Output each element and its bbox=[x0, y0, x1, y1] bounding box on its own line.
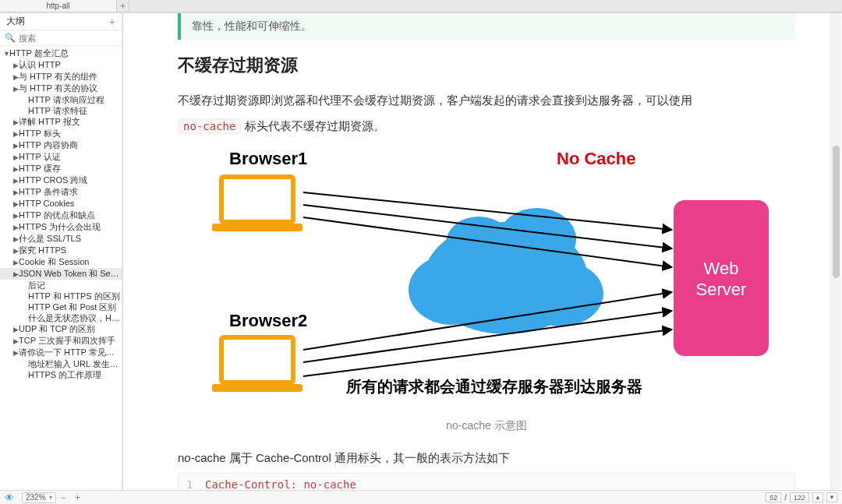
outline-item[interactable]: TCP 三次握手和四次挥手 bbox=[0, 335, 122, 347]
page-up-button[interactable]: ▲ bbox=[812, 492, 823, 502]
paragraph-1: 不缓存过期资源即浏览器和代理不会缓存过期资源，客户端发起的请求会直接到达服务器，… bbox=[178, 90, 795, 111]
outline-item[interactable]: HTTP 缓存 bbox=[0, 163, 122, 174]
outline-item[interactable]: HTTP 条件请求 bbox=[0, 186, 122, 198]
outline-toggle-icon[interactable] bbox=[12, 140, 19, 151]
tab-http-all[interactable]: http-all bbox=[0, 0, 117, 12]
outline-item[interactable]: 什么是 SSL/TLS bbox=[0, 233, 122, 245]
web-server-label-1: Web bbox=[704, 259, 739, 278]
outline-item[interactable]: HTTP 的优点和缺点 bbox=[0, 210, 122, 221]
new-tab-button[interactable]: + bbox=[117, 0, 129, 12]
outline-item-label: HTTP 标头 bbox=[19, 129, 61, 138]
content-area: 靠性，性能和可伸缩性。 不缓存过期资源 不缓存过期资源即浏览器和代理不会缓存过期… bbox=[123, 13, 842, 490]
page-sep: / bbox=[784, 493, 787, 502]
zoom-buttons[interactable]: − + bbox=[61, 492, 83, 503]
outline-item-label: 与 HTTP 有关的组件 bbox=[19, 72, 97, 81]
search-icon: 🔍 bbox=[5, 33, 16, 43]
outline-toggle-icon[interactable] bbox=[12, 336, 19, 347]
svg-point-6 bbox=[518, 261, 603, 326]
outline-item[interactable]: HTTP CROS 跨域 bbox=[0, 174, 122, 186]
diagram-caption: no-cache 示意图 bbox=[178, 419, 795, 433]
diagram-browser2-label: Browser2 bbox=[229, 311, 307, 330]
outline-item[interactable]: 探究 HTTPS bbox=[0, 245, 122, 256]
outline-item[interactable]: HTTP 超全汇总 bbox=[0, 48, 122, 59]
outline-item[interactable]: 地址栏输入 URL 发生了什么 bbox=[0, 358, 122, 369]
scrollbar-thumb[interactable] bbox=[833, 146, 840, 278]
outline-item[interactable]: HTTP Get 和 Post 区别 bbox=[0, 301, 122, 312]
outline-toggle-icon[interactable] bbox=[12, 234, 19, 245]
tab-bar: http-all + bbox=[0, 0, 842, 12]
outline-toggle-icon[interactable] bbox=[12, 222, 19, 233]
outline-item-label: 请你说一下 HTTP 常见的请… bbox=[19, 347, 122, 357]
view-mode-icon[interactable]: 👁 bbox=[5, 492, 14, 503]
outline-toggle-icon[interactable] bbox=[12, 245, 19, 256]
page-down-button[interactable]: ▼ bbox=[826, 492, 837, 502]
page-total: 122 bbox=[790, 492, 809, 502]
outline-toggle-icon[interactable] bbox=[12, 164, 19, 174]
laptop1-icon bbox=[212, 177, 302, 231]
outline-item[interactable]: JSON Web Token 和 Sessio… bbox=[0, 268, 122, 280]
outline-item-label: HTTP 的优点和缺点 bbox=[19, 210, 95, 220]
outline-toggle-icon[interactable] bbox=[12, 347, 19, 358]
outline-toggle-icon[interactable] bbox=[12, 152, 19, 163]
outline-item[interactable]: 详解 HTTP 报文 bbox=[0, 116, 122, 128]
outline-item-label: HTTP 条件请求 bbox=[19, 187, 78, 196]
outline-item-label: TCP 三次握手和四次挥手 bbox=[19, 336, 115, 345]
outline-toggle-icon[interactable] bbox=[12, 257, 19, 268]
outline-item[interactable]: Cookie 和 Session bbox=[0, 256, 122, 268]
outline-item-label: JSON Web Token 和 Sessio… bbox=[19, 269, 122, 278]
outline-toggle-icon[interactable] bbox=[12, 199, 19, 210]
para1-a: 不缓存过期资源即浏览器和代理不会缓存过期资源，客户端发起的请求会直接到达服务器，… bbox=[178, 93, 692, 107]
outline-item[interactable]: HTTP 请求特征 bbox=[0, 105, 122, 116]
sidebar-header: 大纲 + bbox=[0, 13, 122, 30]
outline-item-label: HTTP CROS 跨域 bbox=[19, 175, 87, 185]
svg-rect-0 bbox=[221, 177, 293, 222]
svg-rect-3 bbox=[212, 384, 302, 392]
outline-item[interactable]: HTTPS 的工作原理 bbox=[0, 369, 122, 380]
page-counter: 52 / 122 ▲ ▼ bbox=[766, 492, 837, 502]
outline-item[interactable]: HTTP 认证 bbox=[0, 151, 122, 163]
outline-toggle-icon[interactable] bbox=[12, 117, 19, 128]
callout-text: 靠性，性能和可伸缩性。 bbox=[192, 19, 312, 32]
page-current[interactable]: 52 bbox=[766, 492, 781, 502]
outline-item[interactable]: 什么是无状态协议，HTTP… bbox=[0, 312, 122, 323]
svg-point-8 bbox=[446, 217, 511, 270]
outline-toggle-icon[interactable] bbox=[12, 83, 19, 94]
outline-item[interactable]: 与 HTTP 有关的组件 bbox=[0, 71, 122, 83]
zoom-select[interactable]: 232% ▾ bbox=[22, 492, 56, 503]
search-input[interactable] bbox=[19, 33, 117, 43]
web-server-label-2: Server bbox=[696, 280, 747, 299]
outline-toggle-icon[interactable] bbox=[12, 269, 19, 280]
outline-item[interactable]: HTTPS 为什么会出现 bbox=[0, 221, 122, 233]
vertical-scrollbar[interactable] bbox=[830, 13, 841, 490]
paragraph-2: no-cache 属于 Cache-Control 通用标头，其一般的表示方法如… bbox=[178, 447, 795, 468]
outline-item[interactable]: HTTP 内容协商 bbox=[0, 139, 122, 151]
outline-toggle-icon[interactable] bbox=[12, 210, 19, 221]
outline-toggle-icon[interactable] bbox=[12, 324, 19, 335]
outline-toggle-icon[interactable] bbox=[3, 48, 9, 59]
para1-b: 标头代表不缓存过期资源。 bbox=[245, 119, 385, 132]
outline-item-label: HTTP 请求特征 bbox=[28, 106, 87, 115]
outline-item[interactable]: 后记 bbox=[0, 280, 122, 291]
outline-item[interactable]: HTTP 请求响应过程 bbox=[0, 94, 122, 105]
outline-toggle-icon[interactable] bbox=[12, 187, 19, 198]
outline-item[interactable]: HTTP 标头 bbox=[0, 128, 122, 139]
outline-item[interactable]: 认识 HTTP bbox=[0, 59, 122, 71]
sidebar-add-button[interactable]: + bbox=[109, 16, 115, 28]
tab-label: http-all bbox=[46, 2, 69, 10]
outline-toggle-icon[interactable] bbox=[12, 175, 19, 186]
outline-item[interactable]: HTTP Cookies bbox=[0, 198, 122, 210]
outline-item[interactable]: 请你说一下 HTTP 常见的请… bbox=[0, 347, 122, 358]
svg-rect-9 bbox=[674, 200, 769, 356]
outline-item-label: 探究 HTTPS bbox=[19, 245, 66, 255]
svg-rect-2 bbox=[221, 337, 293, 382]
sidebar-search[interactable]: 🔍 bbox=[0, 30, 122, 46]
outline-item[interactable]: 与 HTTP 有关的协议 bbox=[0, 83, 122, 94]
outline-toggle-icon[interactable] bbox=[12, 72, 19, 83]
web-server-box: Web Server bbox=[674, 200, 769, 356]
outline-item[interactable]: HTTP 和 HTTPS 的区别 bbox=[0, 291, 122, 301]
outline-toggle-icon[interactable] bbox=[12, 129, 19, 139]
zoom-value: 232% bbox=[26, 493, 46, 502]
outline-item-label: 详解 HTTP 报文 bbox=[19, 117, 80, 126]
outline-item[interactable]: UDP 和 TCP 的区别 bbox=[0, 323, 122, 335]
outline-toggle-icon[interactable] bbox=[12, 60, 19, 71]
